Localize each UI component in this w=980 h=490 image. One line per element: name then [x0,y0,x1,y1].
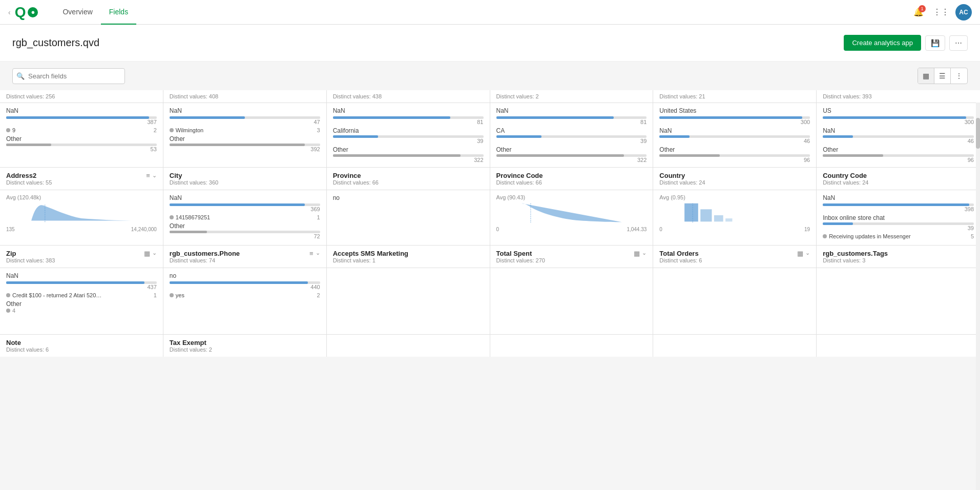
tax-exempt-content-cell: no 440 yes2 [163,268,327,334]
page-title: rgb_customers.qvd [12,37,99,49]
field-header-phone: rgb_customers.Phone ≡ ⌄ Distinct values:… [163,246,327,268]
top-nan-col2: NaN 47 Wilmington3 Other 392 [163,103,327,168]
top-nan-col3: NaN 81 California 39 Other 322 [327,103,490,168]
empty-header-5 [653,335,817,357]
field-header-tax-exempt: Tax Exempt Distinct values: 2 [163,335,327,357]
header-right: 🔔 1 ⋮⋮ AC [910,4,972,21]
col-distinct-3: Distinct values: 438 [327,90,490,103]
field-header-country: Country Distinct values: 24 [653,168,817,190]
empty-header-3 [327,335,490,357]
view-toggles: ▦ ☰ ⋮ [918,68,968,84]
chevron-phone[interactable]: ⌄ [316,250,320,257]
main-nav: Overview Fields [54,0,136,25]
sort-icon-phone[interactable]: ≡ [309,250,314,257]
svg-rect-5 [725,218,732,221]
empty-cell-6 [817,268,980,334]
avatar[interactable]: AC [955,4,972,21]
notifications-button[interactable]: 🔔 1 [910,4,927,21]
nav-overview[interactable]: Overview [54,0,100,25]
grid-view-button[interactable]: ▦ [918,68,934,84]
back-button[interactable]: ‹ [8,8,11,16]
chart-icon-total-orders[interactable]: ▦ [797,250,803,257]
phone-chart-cell: NaN 369 141586792511 Other 72 [163,190,327,245]
logo-q: Q [15,5,26,19]
total-orders-histogram [659,202,810,223]
scrollbar-thumb[interactable] [976,118,980,149]
col-distinct-6: Distinct values: 393 [817,90,980,103]
col-distinct-5: Distinct values: 21 [653,90,817,103]
field-header-tags: rgb_customers.Tags Distinct values: 3 [817,246,980,268]
zip-histogram [6,202,157,223]
app-header: ‹ Q ● Overview Fields 🔔 1 ⋮⋮ AC [0,0,980,25]
chart-icon-total-spent[interactable]: ▦ [634,250,640,257]
more-options-button[interactable]: ⋯ [949,35,968,51]
logo-icon: ● [28,7,38,17]
top-nan-col1: NaN 387 92 Other 53 [0,103,163,168]
save-button[interactable]: 💾 [925,35,945,51]
total-spent-chart-cell: Avg (90.43) 01,044.33 [490,190,654,245]
empty-cell-5 [653,268,817,334]
title-bar: rgb_customers.qvd Create analytics app 💾… [0,25,980,62]
create-analytics-app-button[interactable]: Create analytics app [844,35,921,51]
note-content-cell: NaN 437 Credit $100 - returned 2 Atari 5… [0,268,163,334]
search-wrap: 🔍 [12,68,125,84]
total-spent-histogram [496,202,647,223]
empty-header-6 [817,335,980,357]
nav-fields[interactable]: Fields [101,0,136,25]
sort-icon-address2[interactable]: ≡ [146,172,150,179]
chevron-total-spent[interactable]: ⌄ [642,250,647,257]
title-bar-actions: Create analytics app 💾 ⋯ [844,35,968,51]
empty-cell-4 [490,268,654,334]
chevron-zip[interactable]: ⌄ [152,250,157,257]
field-header-total-spent: Total Spent ▦ ⌄ Distinct values: 270 [490,246,654,268]
sms-chart-cell: no [327,190,490,245]
svg-rect-4 [714,215,723,221]
search-input[interactable] [12,68,125,84]
logo: Q ● [15,5,38,19]
top-nan-col4: NaN 81 CA 39 Other 322 [490,103,654,168]
svg-rect-3 [701,209,712,221]
field-header-address2: Address2 ≡ ⌄ Distinct values: 55 [0,168,163,190]
tags-chart-cell: NaN 398 Inbox online store chat 39 Recei… [817,190,980,245]
field-header-sms: Accepts SMS Marketing Distinct values: 1 [327,246,490,268]
list-view-button[interactable]: ☰ [934,68,951,84]
empty-cell-3 [327,268,490,334]
search-bar-row: 🔍 ▦ ☰ ⋮ [0,62,980,90]
zip-chart-cell: Avg (120.48k) 13514,240,000 [0,190,163,245]
top-nan-col6: US 300 NaN 46 Other 96 [817,103,980,168]
scrollbar-track[interactable] [976,103,980,357]
table-view-button[interactable]: ⋮ [951,68,967,84]
search-icon: 🔍 [16,72,25,80]
col-distinct-4: Distinct values: 2 [490,90,654,103]
apps-button[interactable]: ⋮⋮ [933,4,949,21]
col-distinct-1: Distinct values: 256 [0,90,163,103]
field-header-province-code: Province Code Distinct values: 66 [490,168,654,190]
notification-badge: 1 [919,5,926,12]
total-orders-chart-cell: Avg (0.95) 019 [653,190,817,245]
field-header-note: Note Distinct values: 6 [0,335,163,357]
chart-icon-zip[interactable]: ▦ [144,250,150,257]
col-distinct-2: Distinct values: 408 [163,90,327,103]
svg-rect-2 [684,203,698,222]
chevron-address2[interactable]: ⌄ [152,172,157,179]
field-header-total-orders: Total Orders ▦ ⌄ Distinct values: 6 [653,246,817,268]
field-header-province: Province Distinct values: 66 [327,168,490,190]
field-header-country-code: Country Code Distinct values: 24 [817,168,980,190]
empty-header-4 [490,335,654,357]
field-header-zip: Zip ▦ ⌄ Distinct values: 383 [0,246,163,268]
field-header-city: City Distinct values: 360 [163,168,327,190]
chevron-total-orders[interactable]: ⌄ [805,250,810,257]
top-nan-col5: United States 300 NaN 46 Other 96 [653,103,817,168]
